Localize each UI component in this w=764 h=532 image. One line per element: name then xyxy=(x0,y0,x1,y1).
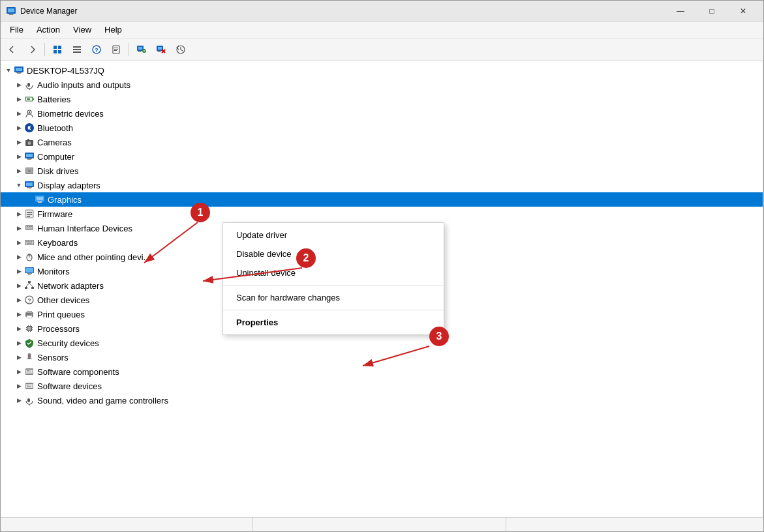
svg-rect-57 xyxy=(37,197,43,200)
tree-item-firmware[interactable]: ▶ Firmware xyxy=(1,207,763,221)
tree-item-graphics[interactable]: ▶ Graphics xyxy=(1,192,763,207)
cameras-icon xyxy=(24,137,35,147)
list-view-button[interactable] xyxy=(68,41,86,58)
bluetooth-expander[interactable]: ▶ xyxy=(14,123,24,133)
tree-item-sensors[interactable]: ▶ Sensors xyxy=(1,350,763,364)
svg-text:?: ? xyxy=(27,297,31,304)
tree-item-computer[interactable]: ▶ Computer xyxy=(1,149,763,164)
svg-rect-43 xyxy=(27,139,29,140)
svg-rect-19 xyxy=(138,52,141,52)
forward-button[interactable] xyxy=(23,41,41,58)
back-button[interactable] xyxy=(3,41,22,58)
biometric-label: Biometric devices xyxy=(37,109,104,119)
help-button[interactable]: ? xyxy=(87,41,106,58)
svg-rect-4 xyxy=(53,46,57,49)
audio-expander[interactable]: ▶ xyxy=(14,80,24,90)
batteries-expander[interactable]: ▶ xyxy=(14,94,24,104)
root-expander[interactable]: ▼ xyxy=(3,65,14,76)
svg-rect-59 xyxy=(37,201,42,202)
network-expander[interactable]: ▶ xyxy=(14,280,24,291)
root-icon xyxy=(14,65,24,76)
status-pane-2 xyxy=(258,518,506,531)
svg-rect-113 xyxy=(27,385,29,385)
context-scan-changes[interactable]: Scan for hardware changes xyxy=(223,288,444,307)
menu-file[interactable]: File xyxy=(3,23,30,37)
mice-expander[interactable]: ▶ xyxy=(14,252,24,262)
tree-item-audio[interactable]: ▶ Audio inputs and outputs xyxy=(1,78,763,92)
context-sep-2 xyxy=(223,310,444,310)
close-button[interactable]: ✕ xyxy=(728,2,758,20)
maximize-button[interactable]: □ xyxy=(697,2,727,20)
tree-item-security[interactable]: ▶ Security devices xyxy=(1,336,763,350)
svg-rect-110 xyxy=(27,372,31,372)
toolbar-sep-1 xyxy=(44,43,45,56)
other-icon: ? xyxy=(24,295,35,305)
softdev-label: Software devices xyxy=(37,381,102,391)
disk-expander[interactable]: ▶ xyxy=(14,166,24,176)
svg-point-42 xyxy=(28,141,31,145)
svg-rect-30 xyxy=(16,68,22,71)
audio-icon xyxy=(24,80,35,90)
svg-rect-85 xyxy=(31,287,34,289)
disk-icon xyxy=(24,166,35,176)
sensors-expander[interactable]: ▶ xyxy=(14,352,24,362)
tree-item-biometric[interactable]: ▶ Biometric devices xyxy=(1,106,763,121)
keyboards-label: Keyboards xyxy=(37,238,78,248)
tree-item-display[interactable]: ▼ Display adapters xyxy=(1,178,763,192)
menu-help[interactable]: Help xyxy=(98,23,129,37)
scan-changes-button[interactable] xyxy=(132,41,151,58)
menu-bar: File Action View Help xyxy=(1,22,763,38)
title-bar: Device Manager — □ ✕ xyxy=(1,1,763,22)
svg-rect-98 xyxy=(32,327,33,328)
uninstall-button[interactable] xyxy=(152,41,170,58)
tree-item-softcomp[interactable]: ▶ Software components xyxy=(1,364,763,379)
tree-root[interactable]: ▼ DESKTOP-4L537JQ xyxy=(1,63,763,78)
processors-icon xyxy=(24,323,35,334)
security-expander[interactable]: ▶ xyxy=(14,338,24,348)
svg-rect-70 xyxy=(25,241,33,244)
svg-rect-114 xyxy=(27,386,31,387)
context-uninstall-device[interactable]: Uninstall device xyxy=(223,263,444,282)
svg-rect-99 xyxy=(32,329,33,330)
svg-rect-9 xyxy=(73,49,81,50)
device-manager-view-button[interactable] xyxy=(48,41,67,58)
other-expander[interactable]: ▶ xyxy=(14,295,24,305)
svg-rect-24 xyxy=(158,52,160,52)
sound-expander[interactable]: ▶ xyxy=(14,395,24,406)
cameras-expander[interactable]: ▶ xyxy=(14,137,24,147)
print-expander[interactable]: ▶ xyxy=(14,309,24,319)
keyboards-expander[interactable]: ▶ xyxy=(14,237,24,248)
tree-item-disk[interactable]: ▶ Disk drives xyxy=(1,164,763,178)
firmware-expander[interactable]: ▶ xyxy=(14,209,24,219)
disk-label: Disk drives xyxy=(37,166,79,176)
tree-item-softdev[interactable]: ▶ Software devices xyxy=(1,379,763,393)
svg-rect-82 xyxy=(27,273,32,274)
menu-view[interactable]: View xyxy=(67,23,98,37)
svg-rect-91 xyxy=(27,311,32,313)
processors-expander[interactable]: ▶ xyxy=(14,323,24,334)
tree-item-sound[interactable]: ▶ Sound, video and game controllers xyxy=(1,393,763,407)
tree-item-cameras[interactable]: ▶ Cameras xyxy=(1,135,763,149)
hid-expander[interactable]: ▶ xyxy=(14,223,24,233)
minimize-button[interactable]: — xyxy=(665,2,695,20)
biometric-expander[interactable]: ▶ xyxy=(14,108,24,119)
context-disable-device[interactable]: Disable device xyxy=(223,244,444,263)
menu-action[interactable]: Action xyxy=(30,23,67,37)
processors-label: Processors xyxy=(37,324,80,334)
batteries-icon xyxy=(24,94,35,104)
softdev-expander[interactable]: ▶ xyxy=(14,381,24,391)
display-expander[interactable]: ▼ xyxy=(14,180,24,190)
display-label: Display adapters xyxy=(37,181,100,190)
computer-expander[interactable]: ▶ xyxy=(14,151,24,162)
svg-rect-102 xyxy=(28,331,29,332)
tree-item-bluetooth[interactable]: ▶ Bluetooth xyxy=(1,121,763,135)
tree-item-batteries[interactable]: ▶ Batteries xyxy=(1,92,763,106)
monitors-expander[interactable]: ▶ xyxy=(14,266,24,276)
update-driver-button[interactable] xyxy=(172,41,190,58)
context-properties[interactable]: Properties xyxy=(223,313,444,332)
svg-rect-32 xyxy=(16,72,22,73)
softcomp-expander[interactable]: ▶ xyxy=(14,366,24,377)
svg-rect-73 xyxy=(29,241,31,242)
properties-button[interactable] xyxy=(107,41,125,58)
context-update-driver[interactable]: Update driver xyxy=(223,226,444,244)
